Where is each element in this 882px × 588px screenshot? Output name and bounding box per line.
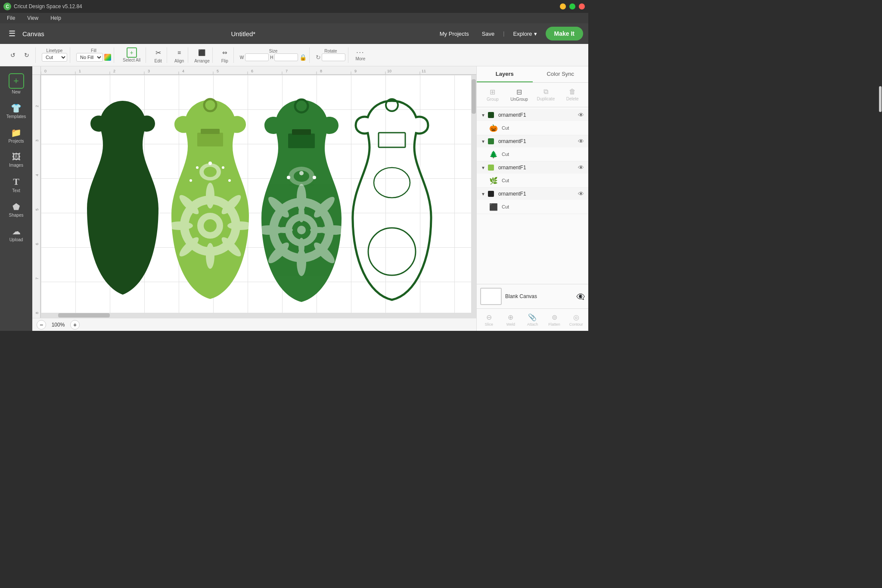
panel-actions: ⊞ Group ⊟ UnGroup ⧉ Duplicate 🗑 Delete <box>477 83 588 107</box>
tab-color-sync[interactable]: Color Sync <box>533 66 589 82</box>
layer-item-1[interactable]: 🎃 Cut <box>477 121 588 135</box>
fill-selector[interactable]: Fill No Fill Fill <box>76 48 111 62</box>
visibility-off-icon[interactable]: 👁‍🗨 <box>576 292 585 301</box>
eye-icon-4[interactable]: 👁 <box>578 190 584 197</box>
svg-text:1: 1 <box>79 69 81 73</box>
menubar: File View Help <box>0 13 588 23</box>
scrollbar-thumb-h[interactable] <box>58 313 110 317</box>
layer-item-2[interactable]: 🌲 Cut <box>477 147 588 161</box>
weld-button[interactable]: ⊕ Weld <box>500 311 522 328</box>
ungroup-button[interactable]: ⊟ UnGroup <box>507 86 532 103</box>
more-button[interactable]: ··· More <box>352 48 369 62</box>
layer-name-1: ornamentF1 <box>498 112 575 118</box>
zoom-minus-button[interactable]: − <box>37 320 46 330</box>
svg-rect-84 <box>379 133 405 147</box>
undo-button[interactable]: ↺ <box>7 49 19 61</box>
redo-button[interactable]: ↻ <box>21 49 33 61</box>
menu-view[interactable]: View <box>25 14 41 22</box>
rotate-input[interactable] <box>322 53 345 61</box>
group-button[interactable]: ⊞ Group <box>480 86 505 103</box>
select-all-icon: + <box>127 47 137 58</box>
layer-cut-3: Cut <box>502 178 509 183</box>
linetype-select[interactable]: Cut Draw Score <box>42 53 67 62</box>
menu-help[interactable]: Help <box>48 14 64 22</box>
maximize-button[interactable]: □ <box>569 3 575 9</box>
align-button[interactable]: ≡ Align <box>173 47 185 63</box>
svg-point-50 <box>222 166 224 169</box>
sidebar-item-projects[interactable]: 📁 Projects <box>3 124 30 147</box>
fill-color-icon[interactable] <box>104 54 111 61</box>
sidebar-item-templates[interactable]: 👕 Templates <box>3 100 30 122</box>
layer-cut-4: Cut <box>502 204 509 209</box>
select-all-button[interactable]: + Select All <box>120 47 143 63</box>
close-button[interactable]: ✕ <box>579 3 585 9</box>
duplicate-button[interactable]: ⧉ Duplicate <box>534 86 559 103</box>
tab-layers[interactable]: Layers <box>477 66 533 82</box>
linetype-selector[interactable]: Linetype Cut Draw Score <box>42 48 67 62</box>
sidebar-item-new[interactable]: + New <box>3 70 30 98</box>
layer-group-1: ▼ ornamentF1 👁 🎃 Cut <box>477 109 588 135</box>
sidebar-item-upload[interactable]: ☁ Upload <box>3 223 30 246</box>
scrollbar-thumb-v[interactable] <box>472 79 476 114</box>
separator: | <box>503 31 504 37</box>
minimize-button[interactable]: — <box>560 3 566 9</box>
sidebar-templates-label: Templates <box>6 114 26 119</box>
my-projects-button[interactable]: My Projects <box>435 29 473 39</box>
menu-file[interactable]: File <box>4 14 18 22</box>
svg-rect-54 <box>197 133 223 146</box>
scrollbar-vertical[interactable] <box>471 75 476 318</box>
layers-list: ▼ ornamentF1 👁 🎃 Cut ▼ ornamentF1 👁 <box>477 107 588 284</box>
linetype-group: Linetype Cut Draw Score <box>39 47 70 63</box>
layer-header-3[interactable]: ▼ ornamentF1 👁 <box>477 162 588 174</box>
panel-bottom: Blank Canvas 👁‍🗨 <box>477 284 588 308</box>
height-input[interactable] <box>274 53 298 61</box>
layer-header-2[interactable]: ▼ ornamentF1 👁 <box>477 135 588 147</box>
delete-icon: 🗑 <box>569 88 576 96</box>
svg-text:9: 9 <box>354 69 357 73</box>
svg-text:4: 4 <box>182 69 184 73</box>
lock-icon[interactable]: 🔒 <box>299 54 307 61</box>
zoom-level: 100% <box>50 322 67 328</box>
eye-icon-1[interactable]: 👁 <box>578 112 584 118</box>
explore-button[interactable]: Explore ▾ <box>509 29 541 39</box>
svg-rect-34 <box>107 133 139 142</box>
flip-group: ⇔ Flip <box>216 47 234 63</box>
attach-button[interactable]: 📎 Attach <box>522 311 543 328</box>
eye-icon-2[interactable]: 👁 <box>578 138 584 145</box>
sidebar-item-images[interactable]: 🖼 Images <box>3 149 30 171</box>
scrollbar-horizontal[interactable] <box>41 313 471 318</box>
svg-text:5: 5 <box>35 208 39 211</box>
sidebar-upload-label: Upload <box>9 237 23 242</box>
edit-button[interactable]: ✂ Edit <box>152 47 164 63</box>
flatten-button[interactable]: ⊚ Flatten <box>544 311 565 328</box>
sidebar-item-text[interactable]: T Text <box>3 173 30 196</box>
save-button[interactable]: Save <box>478 29 499 39</box>
hamburger-menu[interactable]: ☰ <box>5 27 19 40</box>
layer-item-4[interactable]: ⬛ Cut <box>477 200 588 214</box>
layer-chevron-1: ▼ <box>481 113 485 118</box>
layer-header-1[interactable]: ▼ ornamentF1 👁 <box>477 109 588 121</box>
svg-point-41 <box>167 221 193 230</box>
arrange-button[interactable]: ⬛ Arrange <box>194 47 210 63</box>
contour-button[interactable]: ◎ Contour <box>565 311 587 328</box>
zoom-plus-button[interactable]: + <box>70 320 80 330</box>
layer-header-4[interactable]: ▼ ornamentF1 👁 <box>477 188 588 200</box>
svg-rect-79 <box>288 134 315 148</box>
blank-canvas-row: Blank Canvas 👁‍🗨 <box>477 284 588 308</box>
eye-icon-3[interactable]: 👁 <box>578 164 584 171</box>
layer-item-3[interactable]: 🌿 Cut <box>477 174 588 187</box>
sidebar-item-shapes[interactable]: ⬟ Shapes <box>3 198 30 221</box>
size-inputs: Size W H 🔒 <box>240 49 307 61</box>
delete-button[interactable]: 🗑 Delete <box>560 86 585 103</box>
layer-name-3: ornamentF1 <box>498 165 575 171</box>
slice-button[interactable]: ⊖ Slice <box>478 311 500 328</box>
make-it-button[interactable]: Make It <box>546 27 583 40</box>
duplicate-icon: ⧉ <box>543 88 548 96</box>
fill-select[interactable]: No Fill Fill <box>76 53 103 62</box>
layer-thumb-3: 🌿 <box>489 176 498 185</box>
width-input[interactable] <box>245 53 269 61</box>
svg-text:4: 4 <box>35 174 39 176</box>
canvas-area[interactable]: 0 1 2 3 4 5 6 7 8 <box>32 66 476 331</box>
flip-button[interactable]: ⇔ Flip <box>219 47 231 63</box>
sidebar-images-label: Images <box>9 163 23 168</box>
